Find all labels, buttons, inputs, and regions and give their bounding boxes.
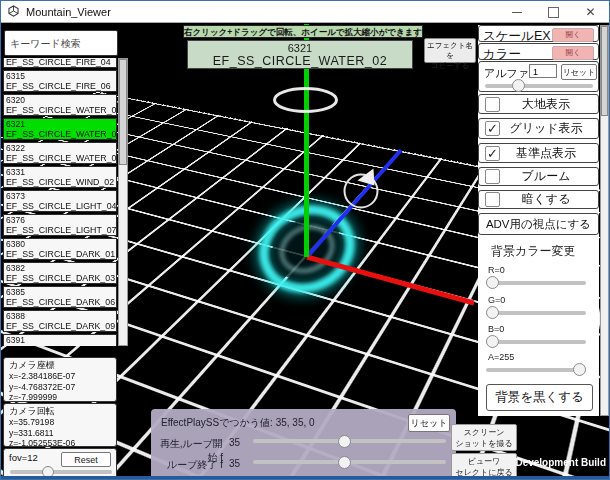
bg-r-slider-thumb[interactable] [486,276,499,289]
bg-g-slider[interactable] [486,306,586,319]
playback-panel: EffectPlaySSでつかう値: 35, 35, 0 リセット 再生,ループ… [151,409,456,479]
toggle-ground[interactable]: 大地表示 [478,94,599,114]
bg-a-slider[interactable] [486,363,586,376]
rotate-hint: 右クリック+ドラッグで回転、ホイールで拡大縮小ができます [183,25,423,38]
ground-checkbox[interactable] [485,97,500,112]
copy-effect-name-button[interactable]: エフェクト名を コピーする [424,38,476,63]
fov-value: fov=12 [9,452,38,463]
scale-ex-row[interactable]: スケールEX 開く [478,25,599,42]
grid-checkbox[interactable]: ✓ [485,121,500,136]
color-row[interactable]: カラー 開く [478,43,599,60]
bg-g-slider-thumb[interactable] [486,306,499,319]
list-item[interactable]: 6310EF_SS_CIRCLE_FIRE_04 [3,58,117,68]
alpha-group: アルファ 1 リセット [478,61,599,92]
screenshot-button[interactable]: スクリーン ショットを撮る [451,424,517,451]
list-item[interactable]: 6380EF_SS_CIRCLE_DARK_01 [3,238,117,260]
loop-end-slider-thumb[interactable] [338,456,351,469]
list-scrollbar-thumb[interactable] [119,59,127,165]
title-bar: Mountain_Viewer ✕ [1,1,609,23]
alpha-input[interactable]: 1 [529,64,557,78]
bg-b-slider[interactable] [486,335,586,348]
adv-view-button[interactable]: ADV用の視点にする [478,213,599,235]
emitter-ring [275,89,337,112]
development-build-label: Development Build [515,457,606,468]
playback-summary: EffectPlaySSでつかう値: 35, 35, 0 [161,416,315,430]
fov-reset-button[interactable]: Reset [61,452,111,467]
minimize-icon [512,12,522,13]
maximize-button[interactable] [535,1,572,23]
unity-icon [7,5,20,18]
alpha-slider[interactable] [485,79,593,92]
list-item[interactable]: 6322EF_SS_CIRCLE_WATER_03 [3,142,117,164]
selected-effect-name: EF_SS_CIRCLE_WATER_02 [188,55,412,68]
effect-list: 6310EF_SS_CIRCLE_FIRE_04 6315EF_SS_CIRCL… [3,58,117,346]
toggle-grid[interactable]: ✓ グリッド表示 [478,118,599,139]
bg-a-label: A=255 [488,352,514,362]
list-item[interactable]: 6391 [3,334,117,346]
alpha-slider-thumb[interactable] [512,79,525,92]
scale-ex-label: スケールEX [483,29,551,43]
list-item[interactable]: 6385EF_SS_CIRCLE_DARK_06 [3,286,117,308]
right-panel-scrollbar-thumb[interactable] [601,26,608,116]
camera-position-panel: カメラ座標 x=-2.384186E-07 y=-4.768372E-07 z=… [3,357,117,402]
scale-ex-open-button[interactable]: 開く [552,28,594,42]
alpha-reset-button[interactable]: リセット [561,64,597,80]
minimize-button[interactable] [498,1,535,23]
list-item[interactable]: 6315EF_SS_CIRCLE_FIRE_06 [3,70,117,92]
bg-black-button[interactable]: 背景を黒くする [486,384,593,411]
playback-reset-button[interactable]: リセット [408,414,450,432]
close-icon: ✕ [585,6,595,18]
color-label: カラー [483,47,521,61]
window-title: Mountain_Viewer [26,6,111,18]
window-border-bottom [1,476,609,479]
list-item-selected[interactable]: 6321EF_SS_CIRCLE_WATER_02 [3,118,117,140]
list-item[interactable]: 6382EF_SS_CIRCLE_DARK_03 [3,262,117,284]
bg-g-label: G=0 [488,295,505,305]
camera-rotation-panel: カメラ回転 x=35.79198 y=331.6811 z=-1.052553E… [3,403,117,447]
list-scrollbar[interactable] [118,58,128,346]
right-panel-scrollbar[interactable] [600,25,609,416]
right-panel: スケールEX 開く カラー 開く アルファ 1 リセット 大地表示 ✓ グリッド… [478,25,599,416]
loop-end-slider[interactable] [253,454,446,470]
toggle-origin[interactable]: ✓ 基準点表示 [478,143,599,163]
darken-checkbox[interactable] [485,192,500,207]
bg-b-slider-thumb[interactable] [486,335,499,348]
fov-panel: fov=12 Reset [3,448,117,479]
maximize-icon [548,7,559,18]
bg-r-slider[interactable] [486,276,586,289]
list-item[interactable]: 6376EF_SS_CIRCLE_LIGHT_07 [3,214,117,236]
bloom-checkbox[interactable] [485,169,500,184]
list-item[interactable]: 6320EF_SS_CIRCLE_WATER_01 [3,94,117,116]
app-window: Mountain_Viewer ✕ 6310EF_SS_CIRCLE_FIRE_… [0,0,610,480]
origin-checkbox[interactable]: ✓ [485,146,500,161]
search-input[interactable] [4,30,118,56]
list-item[interactable]: 6331EF_SS_CIRCLE_WIND_02 [3,166,117,188]
bg-a-slider-thumb[interactable] [573,363,586,376]
loop-start-slider-thumb[interactable] [338,435,351,448]
bg-color-title: 背景カラー変更 [491,243,576,260]
list-item[interactable]: 6388EF_SS_CIRCLE_DARK_09 [3,310,117,332]
color-open-button[interactable]: 開く [552,46,594,60]
bg-b-label: B=0 [488,324,504,334]
toggle-darken[interactable]: 暗くする [478,190,599,209]
bg-r-label: R=0 [488,265,505,275]
list-item[interactable]: 6373EF_SS_CIRCLE_LIGHT_04 [3,190,117,212]
toggle-bloom[interactable]: ブルーム [478,167,599,186]
selected-effect-box: 6321 EF_SS_CIRCLE_WATER_02 [187,40,413,69]
close-button[interactable]: ✕ [572,1,609,23]
loop-start-slider[interactable] [253,433,446,449]
